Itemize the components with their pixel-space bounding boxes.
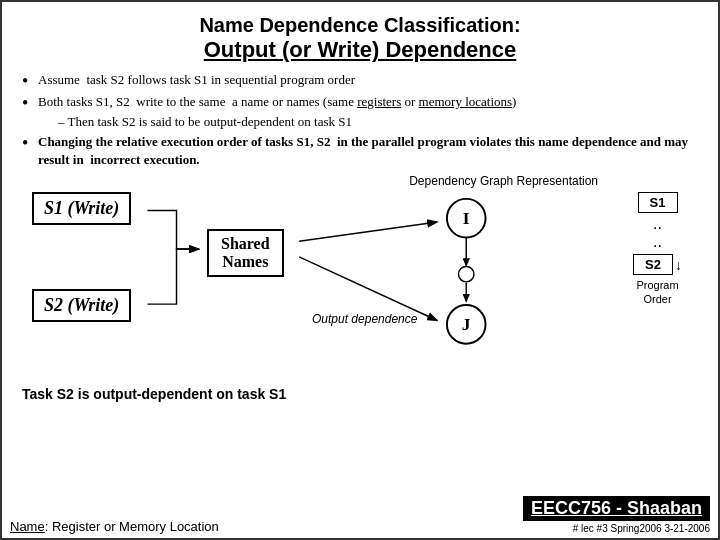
title-block: Name Dependence Classification: Output (… [22, 14, 698, 63]
bullet-dot-1: • [22, 72, 38, 90]
bullet-text-1: Assume task S2 follows task S1 in sequen… [38, 71, 698, 89]
footer-eecc: EECC756 - Shaaban [523, 496, 710, 521]
bullet-item-1: • Assume task S2 follows task S1 in sequ… [22, 71, 698, 90]
sub-bullet-2: – Then task S2 is said to be output-depe… [58, 113, 698, 131]
bullet-dot-2: • [22, 94, 38, 112]
title-sub: Output (or Write) Dependence [22, 37, 698, 63]
bottom-task-label: Task S2 is output-dependent on task S1 [22, 386, 698, 402]
right-panel: S1 .. .. S2 ↓ ProgramOrder [625, 192, 690, 306]
rp-s1-box: S1 [638, 192, 678, 213]
diagram-area: Dependency Graph Representation S1 (Writ… [22, 174, 698, 384]
bullet-item-2: • Both tasks S1, S2 write to the same a … [22, 93, 698, 130]
svg-text:I: I [463, 209, 470, 228]
bullet-text-3: Changing the relative execution order of… [38, 133, 698, 168]
bullet-text-2: Both tasks S1, S2 write to the same a na… [38, 93, 698, 130]
rp-dots-1: .. .. [653, 215, 662, 250]
rp-s2-box: S2 [633, 254, 673, 275]
footer-name-rest: : Register or Memory Location [45, 519, 219, 534]
rp-dots-line1: .. [653, 215, 662, 233]
rp-dots-line2: .. [653, 233, 662, 251]
bullet-item-3: • Changing the relative execution order … [22, 133, 698, 168]
title-main: Name Dependence Classification: [22, 14, 698, 37]
footer-bar: Name: Register or Memory Location EECC75… [2, 496, 718, 538]
bullet-section: • Assume task S2 follows task S1 in sequ… [22, 71, 698, 168]
footer-right: EECC756 - Shaaban # lec #3 Spring2006 3-… [523, 496, 710, 534]
slide: Name Dependence Classification: Output (… [0, 0, 720, 540]
diagram-svg: I J [22, 174, 698, 384]
svg-point-2 [459, 267, 474, 282]
footer-name-underline: Name [10, 519, 45, 534]
bullet-dot-3: • [22, 134, 38, 152]
footer-lecture: # lec #3 Spring2006 3-21-2006 [573, 523, 710, 534]
footer-name-line: Name: Register or Memory Location [10, 519, 219, 534]
rp-down-arrow: ↓ [675, 257, 682, 273]
svg-text:J: J [462, 315, 471, 334]
prog-order-label: ProgramOrder [636, 279, 678, 305]
